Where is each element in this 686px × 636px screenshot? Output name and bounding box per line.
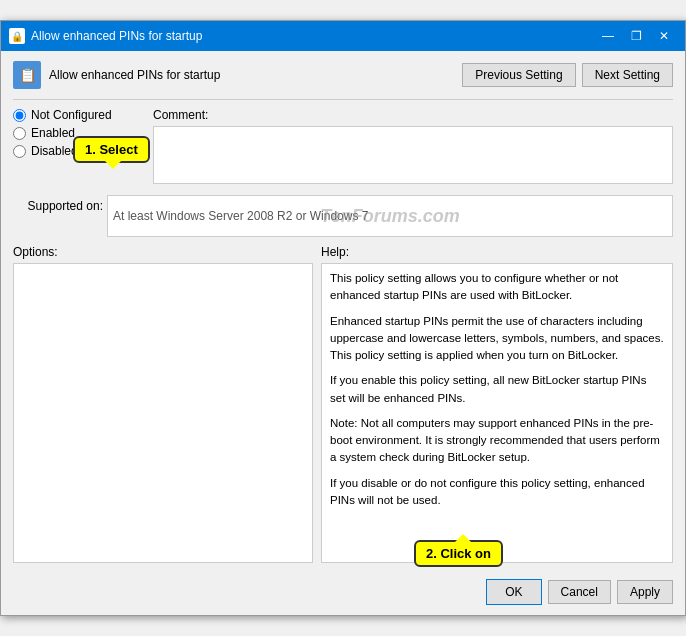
previous-setting-button[interactable]: Previous Setting	[462, 63, 575, 87]
config-section: 1. Select Not Configured Enabled Disable…	[13, 108, 673, 187]
help-para-5: If you disable or do not configure this …	[330, 475, 664, 510]
help-para-1: This policy setting allows you to config…	[330, 270, 664, 305]
policy-icon: 📋	[13, 61, 41, 89]
options-label: Options:	[13, 245, 313, 259]
disabled-label: Disabled	[31, 144, 78, 158]
restore-button[interactable]: ❐	[623, 26, 649, 46]
header-left: 📋 Allow enhanced PINs for startup	[13, 61, 220, 89]
comment-wrapper	[153, 126, 673, 187]
supported-value: At least Windows Server 2008 R2 or Windo…	[113, 209, 368, 223]
comment-textarea[interactable]	[153, 126, 673, 184]
help-para-3: If you enable this policy setting, all n…	[330, 372, 664, 407]
title-bar: 🔒 Allow enhanced PINs for startup — ❐ ✕	[1, 21, 685, 51]
title-bar-left: 🔒 Allow enhanced PINs for startup	[9, 28, 202, 44]
close-button[interactable]: ✕	[651, 26, 677, 46]
divider-top	[13, 99, 673, 100]
help-para-4: Note: Not all computers may support enha…	[330, 415, 664, 467]
footer-row: 2. Click on OK Cancel Apply	[13, 571, 673, 605]
help-section: Help: This policy setting allows you to …	[313, 245, 673, 563]
enabled-radio[interactable]	[13, 127, 26, 140]
help-label: Help:	[321, 245, 673, 259]
radio-group: 1. Select Not Configured Enabled Disable…	[13, 108, 143, 187]
window-icon: 🔒	[9, 28, 25, 44]
window-body: 📋 Allow enhanced PINs for startup Previo…	[1, 51, 685, 615]
header-title: Allow enhanced PINs for startup	[49, 68, 220, 82]
enabled-label: Enabled	[31, 126, 75, 140]
window-body-inner: 📋 Allow enhanced PINs for startup Previo…	[13, 61, 673, 605]
next-setting-button[interactable]: Next Setting	[582, 63, 673, 87]
minimize-button[interactable]: —	[595, 26, 621, 46]
options-section: Options:	[13, 245, 313, 563]
header-buttons: Previous Setting Next Setting	[462, 63, 673, 87]
help-box: This policy setting allows you to config…	[321, 263, 673, 563]
supported-label: Supported on:	[13, 195, 103, 213]
cancel-button[interactable]: Cancel	[548, 580, 611, 604]
main-window: 🔒 Allow enhanced PINs for startup — ❐ ✕ …	[0, 20, 686, 616]
disabled-radio[interactable]	[13, 145, 26, 158]
comment-label: Comment:	[153, 108, 673, 122]
not-configured-option[interactable]: Not Configured	[13, 108, 143, 122]
supported-box: At least Windows Server 2008 R2 or Windo…	[107, 195, 673, 237]
click-callout: 2. Click on	[414, 540, 503, 567]
window-title: Allow enhanced PINs for startup	[31, 29, 202, 43]
options-box	[13, 263, 313, 563]
comment-section: Comment:	[153, 108, 673, 187]
not-configured-label: Not Configured	[31, 108, 112, 122]
help-para-2: Enhanced startup PINs permit the use of …	[330, 313, 664, 365]
apply-button[interactable]: Apply	[617, 580, 673, 604]
options-help-row: Options: Help: This policy setting allow…	[13, 245, 673, 563]
select-callout: 1. Select	[73, 136, 150, 163]
ok-button[interactable]: OK	[486, 579, 541, 605]
not-configured-radio[interactable]	[13, 109, 26, 122]
supported-row: Supported on: At least Windows Server 20…	[13, 195, 673, 237]
title-bar-controls: — ❐ ✕	[595, 26, 677, 46]
header-row: 📋 Allow enhanced PINs for startup Previo…	[13, 61, 673, 89]
